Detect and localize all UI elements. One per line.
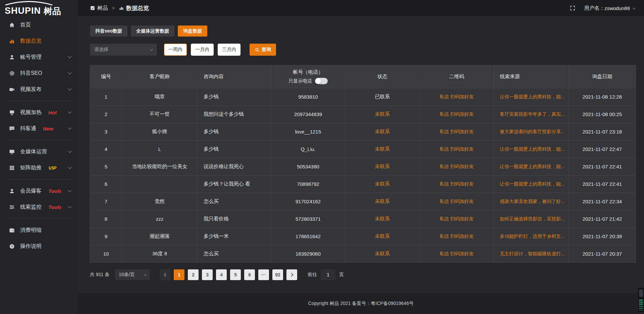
gear-icon	[9, 70, 15, 76]
page-button[interactable]: 3	[202, 269, 213, 280]
cell-qrcode-link[interactable]: 私信 扫码加好友	[420, 245, 494, 263]
goto-page-input[interactable]	[321, 269, 335, 280]
cell-content: 多少钱	[198, 123, 271, 141]
chevron-down-icon	[144, 273, 147, 276]
cell-qrcode-link[interactable]: 私信 扫码加好友	[420, 88, 494, 106]
cell-source-link[interactable]: 客厅安装投影半年多了，真实...	[494, 106, 569, 123]
sidebar-item-instructions[interactable]: ? 操作说明	[0, 238, 78, 254]
copyright-text: Copyright 树品 2021 备案号：粤ICP备09019646号	[308, 301, 414, 307]
filter-select[interactable]: 请选择	[90, 44, 157, 56]
chevron-down-icon	[633, 6, 636, 9]
cell-source-link[interactable]: 如何正确选择投影仪，买投影...	[494, 210, 569, 228]
chevron-down-icon	[68, 204, 71, 208]
cell-content: 说说价格让我死心	[198, 158, 271, 175]
cell-qrcode-link[interactable]: 私信 扫码加好友	[420, 228, 494, 245]
pagination: 共 911 条 10条/页 1 2 3 4 5	[90, 269, 636, 280]
page-button[interactable]: 5	[230, 269, 241, 280]
sidebar-item-video-heat[interactable]: 视频加热 Hot	[0, 104, 78, 120]
col-header-account-title: 帐号（电话）	[293, 69, 323, 75]
page-button[interactable]: 1	[174, 269, 184, 280]
cell-qrcode-link[interactable]: 私信 扫码加好友	[420, 158, 494, 175]
page-button[interactable]: 6	[244, 269, 255, 280]
cell-source-link[interactable]: 让你一眼就爱上的黑科技，能...	[494, 141, 569, 158]
cell-account: 183929060	[271, 245, 345, 263]
cell-account: 917024162	[271, 193, 345, 210]
cell-source-link[interactable]: 感谢大家喜欢我家，被问了好...	[494, 193, 569, 210]
tools-badge: Tools	[48, 204, 61, 210]
sidebar-item-label: 视频加热	[20, 109, 42, 116]
sidebar-item-label: 会员爆客	[20, 188, 42, 195]
page-button[interactable]: 4	[216, 269, 227, 280]
cell-status: 已联系	[345, 88, 420, 106]
page-button[interactable]: 92	[272, 269, 283, 280]
cell-qrcode-link[interactable]: 私信 扫码加好友	[420, 193, 494, 210]
sidebar-item-lead-monitor[interactable]: 线索监控 Tools	[0, 199, 78, 215]
prev-page-button[interactable]	[160, 269, 170, 280]
next-page-button[interactable]	[286, 269, 297, 280]
tab[interactable]: 全媒体运营数据	[131, 25, 174, 37]
floating-widget[interactable]	[638, 288, 644, 312]
cell-source-link[interactable]: 无主灯设计，智能磁吸轨道灯...	[494, 245, 569, 263]
col-header-source: 线索来源	[494, 65, 569, 88]
sidebar-item-member-burst[interactable]: 会员爆客 Tools	[0, 183, 78, 199]
chevron-down-icon	[68, 54, 71, 58]
cell-account: 70898792	[271, 175, 345, 193]
phone-only-toggle[interactable]	[315, 78, 328, 84]
chevron-down-icon	[68, 165, 71, 169]
cell-source-link[interactable]: 多功能护栏灯，适用于乡村文...	[494, 228, 569, 245]
cell-status: 未联系	[345, 193, 420, 210]
table-body: 1 哦章 多少钱 9583810 已联系 私信 扫码加好友 让你一眼就爱上的黑科…	[90, 88, 636, 263]
page-button[interactable]: 2	[188, 269, 199, 280]
page-size-select[interactable]: 10条/页	[115, 269, 150, 280]
period-button[interactable]: 一月内	[191, 44, 214, 56]
svg-text:?: ?	[11, 245, 13, 248]
monitor-icon	[9, 149, 15, 155]
breadcrumb-root[interactable]: 树品	[97, 5, 108, 12]
cell-qrcode-link[interactable]: 私信 扫码加好友	[420, 106, 494, 123]
cell-nickname: zzz	[122, 210, 198, 228]
sidebar-menu: 首页 数据总览 账号管理 抖音SEO 视频发布	[0, 16, 78, 254]
sidebar-item-matrix-boost[interactable]: 矩阵助推 VIP	[0, 160, 78, 176]
user-menu[interactable]: 用户名： zswodun88	[584, 5, 635, 11]
cell-nickname: 36度 8	[122, 245, 198, 263]
sidebar-item-consumption-detail[interactable]: 消费明细	[0, 222, 78, 238]
cell-content: 我想问这个多少钱	[198, 106, 271, 123]
page-button[interactable]: ···	[258, 269, 269, 280]
goto-page: 前往 页	[308, 269, 344, 280]
cell-date: 2021-11-07 21:42	[569, 210, 636, 228]
tab[interactable]: 询盘数据	[178, 25, 207, 37]
period-button[interactable]: 一周内	[164, 44, 187, 56]
table-row: 6 多少钱？让我死心 看 70898792 未联系 私信 扫码加好友 让你一眼就…	[90, 175, 636, 193]
search-icon	[255, 47, 260, 52]
cell-qrcode-link[interactable]: 私信 扫码加好友	[420, 210, 494, 228]
bar-chart-icon	[9, 38, 15, 44]
sidebar-item-video-publish[interactable]: 视频发布	[0, 81, 78, 97]
data-table: 编号 客户昵称 咨询内容 帐号（电话） 只显示电话 状态 二维码 线索来源 询盘…	[90, 65, 636, 263]
search-button[interactable]: 查询	[250, 44, 276, 56]
sidebar-item-douketong[interactable]: 抖客通 New	[0, 120, 78, 137]
sidebar-item-omni-media[interactable]: 全媒体运营	[0, 144, 78, 160]
sidebar-item-douyin-seo[interactable]: 抖音SEO	[0, 65, 78, 81]
sidebar-item-account-mgmt[interactable]: 账号管理	[0, 49, 78, 65]
phone-toggle-row: 只显示电话	[288, 78, 328, 84]
fullscreen-icon[interactable]	[570, 5, 576, 11]
cell-source-link[interactable]: 让你一眼就爱上的黑科技，能...	[494, 175, 569, 193]
cell-qrcode-link[interactable]: 私信 扫码加好友	[420, 175, 494, 193]
cell-nickname	[122, 175, 198, 193]
cell-source-link[interactable]: 让你一眼就爱上的黑科技，能...	[494, 158, 569, 175]
col-header-date: 询盘日期	[569, 65, 636, 88]
cell-nickname: 不可一世	[122, 106, 198, 123]
tab[interactable]: 抖音seo数据	[90, 25, 127, 37]
sidebar-item-data-overview[interactable]: 数据总览	[0, 33, 78, 49]
goto-unit: 页	[339, 272, 344, 278]
breadcrumb: 树品 > 数据总览	[90, 4, 149, 12]
cell-id: 8	[90, 210, 122, 228]
cell-source-link[interactable]: 被大家追着问的客厅投影分享...	[494, 123, 569, 141]
period-button[interactable]: 三月内	[218, 44, 240, 56]
cell-qrcode-link[interactable]: 私信 扫码加好友	[420, 123, 494, 141]
cell-source-link[interactable]: 让你一眼就爱上的黑科技，能...	[494, 88, 569, 106]
sidebar-item-home[interactable]: 首页	[0, 17, 78, 33]
cell-status: 未联系	[345, 175, 420, 193]
cell-qrcode-link[interactable]: 私信 扫码加好友	[420, 141, 494, 158]
menu-divider	[5, 179, 72, 179]
